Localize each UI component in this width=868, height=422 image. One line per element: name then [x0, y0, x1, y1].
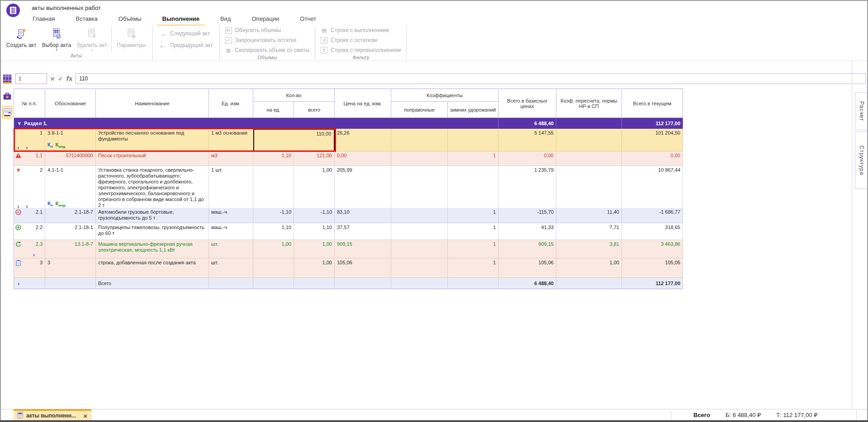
cell-justification[interactable]: 4.1-1-1 Кп Кинд — [45, 166, 96, 210]
cell-qty-unit[interactable]: 1,10 — [253, 151, 294, 166]
cell-num[interactable]: 2 ›› — [14, 166, 45, 210]
formula-input[interactable] — [76, 73, 866, 84]
cell-justification[interactable]: 2.1-18-7 — [45, 208, 96, 223]
cell-total-base[interactable]: 0,00 — [498, 151, 556, 166]
cell-qty-total[interactable]: 1,00 — [294, 240, 335, 258]
cell-price[interactable]: 37,57 — [335, 223, 391, 240]
cell-justification[interactable]: 3 — [45, 258, 96, 278]
delete-act-button[interactable]: Удалить акт ▼ — [74, 27, 109, 52]
tab-struktura[interactable]: Структура — [855, 131, 868, 189]
select-act-dropdown-icon[interactable]: ▼ — [55, 49, 58, 52]
tab-raschet[interactable]: Расчет — [855, 93, 868, 130]
tab-obyomy[interactable]: Объёмы — [113, 13, 147, 26]
table-row[interactable]: 2 ›› 4.1-1-1 Кп Кинд Установка станка то… — [14, 166, 683, 208]
app-logo-icon[interactable] — [5, 3, 21, 20]
cell-justification[interactable]: 2.1-18-1 — [45, 223, 96, 240]
cell-unit[interactable]: 1 м3 основания — [209, 129, 253, 151]
expand-children-icons[interactable]: ›› — [17, 145, 28, 150]
kp-badge[interactable]: Кп — [47, 201, 53, 208]
next-act-button[interactable]: → Следующий акт — [159, 30, 213, 38]
cell-name[interactable]: Установка станка токарного, сверлильно-р… — [96, 166, 209, 210]
cell-total-base[interactable]: 909,15 — [498, 240, 556, 258]
cell-name[interactable]: Автомобили грузовые бортовые, грузоподъе… — [96, 208, 209, 223]
cell-num[interactable]: 2.3 › — [14, 240, 45, 258]
cell-price[interactable]: 909,15 — [335, 240, 391, 258]
totals-expand-cell[interactable]: › — [14, 278, 45, 289]
cell-name[interactable]: Полуприцепы-тяжеловозы, грузоподъемность… — [96, 223, 209, 240]
cell-coef-winter[interactable]: 1 — [448, 258, 498, 278]
cell-justification[interactable]: 13.1-8-7 — [45, 240, 96, 258]
collapse-section-icon[interactable]: ∨ — [18, 121, 21, 126]
cell-total-current[interactable]: 105,06 — [622, 258, 683, 278]
cell-total-current[interactable]: 3 463,86 — [622, 240, 683, 258]
cell-price[interactable]: 26,26 — [335, 129, 391, 151]
cell-price[interactable]: 105,06 — [335, 258, 391, 278]
cell-total-current[interactable]: 10 867,44 — [622, 166, 683, 210]
rows-with-overrun-button[interactable]: Σ Строки с перевыполнением — [321, 46, 401, 54]
create-act-button[interactable]: Создать акт — [4, 27, 39, 52]
cell-coef-corr[interactable] — [391, 258, 448, 278]
cell-price[interactable]: 0,00 — [335, 151, 391, 166]
cell-conversion[interactable]: 11,40 — [556, 208, 622, 223]
cell-unit[interactable]: шт. — [209, 240, 253, 258]
cell-coef-winter[interactable]: 1 — [448, 223, 498, 240]
cell-qty-unit[interactable]: 1,00 — [253, 240, 294, 258]
cell-price[interactable]: 83,10 — [335, 208, 391, 223]
cell-name[interactable]: Устройство песчаного основания под фунда… — [96, 129, 209, 151]
cell-coef-corr[interactable] — [391, 208, 448, 223]
table-row[interactable]: 2.1 2.1-18-7 Автомобили грузовые бортовы… — [14, 208, 683, 223]
cell-total-base[interactable]: -115,70 — [498, 208, 556, 223]
cell-unit[interactable]: маш.-ч — [209, 208, 253, 223]
cell-coef-winter[interactable]: 1 — [448, 240, 498, 258]
kp-badge[interactable]: Кп — [47, 142, 53, 150]
cell-name[interactable]: Машина вертикально-фрезерная ручная элек… — [96, 240, 209, 258]
cell-unit[interactable]: шт. — [209, 258, 253, 278]
reset-volumes-button[interactable]: 0× Обнулить объемы — [225, 26, 310, 34]
cell-total-base[interactable]: 105,06 — [498, 258, 556, 278]
cell-coef-winter[interactable]: 1 — [448, 208, 498, 223]
expand-children-icon[interactable]: › — [33, 252, 35, 257]
cell-total-current[interactable]: 101 204,50 — [622, 129, 683, 151]
cell-qty-total[interactable]: -1,10 — [294, 208, 335, 223]
act-document-icon[interactable] — [2, 106, 13, 119]
copy-volume-button[interactable]: ▥ Скопировать объем со сметы — [225, 46, 310, 54]
tab-otchet[interactable]: Отчет — [294, 13, 322, 26]
cell-conversion[interactable]: 7,71 — [556, 223, 622, 240]
prev-act-button[interactable]: ← Предыдущий акт — [159, 42, 213, 49]
cell-name[interactable]: строка, добавленная после создания акта — [96, 258, 209, 278]
cell-coef-corr[interactable] — [391, 166, 448, 210]
rows-with-execution-button[interactable]: ▤ Строки с выполнением — [321, 26, 401, 34]
cancel-icon[interactable]: × — [50, 75, 55, 83]
cell-reference-input[interactable] — [15, 73, 47, 84]
tab-vstavka[interactable]: Вставка — [70, 13, 103, 26]
cell-total-current[interactable]: 318,65 — [622, 223, 683, 240]
tab-vypolnenie[interactable]: Выполнение — [157, 13, 205, 26]
cell-total-base[interactable]: 5 147,55 — [498, 129, 556, 151]
cell-conversion[interactable]: 1,00 — [556, 258, 622, 278]
cell-coef-corr[interactable] — [391, 151, 448, 166]
estimates-library-icon[interactable] — [2, 71, 13, 87]
cell-name[interactable]: Песок строительный — [96, 151, 209, 166]
selected-qty-cell[interactable]: 110,00 — [253, 129, 335, 151]
cell-justification[interactable]: 3.8-1-1 Кп Кинд — [45, 129, 96, 151]
confirm-icon[interactable]: ✓ — [58, 75, 63, 82]
kind-badge[interactable]: Кинд — [56, 201, 66, 208]
cell-unit[interactable]: м3 — [209, 151, 253, 166]
cell-num[interactable]: 2.2 — [14, 223, 45, 240]
cell-conversion[interactable]: 3,81 — [556, 240, 622, 258]
cell-total-base[interactable]: 41,33 — [498, 223, 556, 240]
percent-remains-button[interactable]: ✓ Запроцентовать остатки — [225, 36, 310, 44]
cell-total-current[interactable]: -1 686,77 — [622, 208, 683, 223]
cell-coef-winter[interactable]: 1 — [448, 151, 498, 166]
close-document-icon[interactable]: × — [83, 413, 87, 419]
cell-coef-corr[interactable] — [391, 129, 448, 151]
cell-coef-corr[interactable] — [391, 240, 448, 258]
cell-num[interactable]: 3 — [14, 258, 45, 278]
project-briefcase-icon[interactable] — [2, 90, 13, 103]
table-row[interactable]: 2.2 2.1-18-1 Полуприцепы-тяжеловозы, гру… — [14, 223, 683, 240]
document-tab[interactable]: акты выполненн... × — [14, 409, 91, 421]
table-row[interactable]: 2.3 › 13.1-8-7 Машина вертикально-фрезер… — [14, 240, 683, 258]
select-act-button[interactable]: Выбор акта ▼ — [39, 27, 74, 52]
table-row[interactable]: 1 ›› 3.8-1-1 Кп Кинд Устройство песчаног… — [14, 129, 683, 151]
rows-with-remainder-button[interactable]: -Σ Строки с остатком — [321, 36, 401, 44]
